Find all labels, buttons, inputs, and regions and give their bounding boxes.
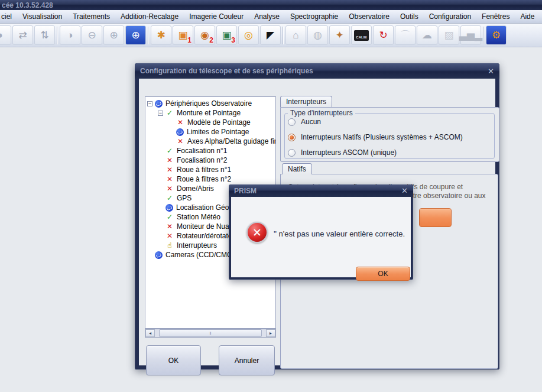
contrast-icon[interactable]: ◑ <box>60 25 80 45</box>
app-title: cée 10.3.52.428 <box>2 1 53 9</box>
menu-item-ciel[interactable]: ciel <box>0 11 17 22</box>
tree-item[interactable]: ✕Focalisation n°2 <box>145 155 275 165</box>
histogram-icon[interactable]: ▃▅▂ <box>460 25 481 45</box>
radio-option-label: Aucun <box>301 118 321 126</box>
camera-1-icon-glyph: ▣ <box>178 30 187 40</box>
close-icon[interactable]: ✕ <box>488 67 494 76</box>
radio-option[interactable]: Aucun <box>288 118 463 126</box>
setup-wrench-icon[interactable]: ✦ <box>329 25 350 45</box>
tree-item[interactable]: ✕Modèle de Pointage <box>145 118 275 127</box>
gear-wheel-icon[interactable]: ✱ <box>151 25 171 45</box>
toolbar-separator <box>283 27 284 44</box>
tree-item[interactable]: ✓Focalisation n°1 <box>145 146 275 155</box>
telescope-icon[interactable]: ◤ <box>260 25 281 45</box>
contrast-icon-glyph: ◑ <box>67 30 73 40</box>
scrollbar-thumb[interactable]: ‖ <box>159 329 262 337</box>
tab-interrupteurs[interactable]: Interrupteurs <box>280 96 332 107</box>
tree-item[interactable]: ✕Roue à filtres n°1 <box>145 165 275 174</box>
region-blob-icon[interactable]: ☁ <box>417 25 437 45</box>
menu-item-configuration[interactable]: Configuration <box>424 11 476 22</box>
frame-icon[interactable]: ▨ <box>439 25 459 45</box>
menu-item-fen-tres[interactable]: Fenêtres <box>476 11 515 22</box>
tree-item-label: Roue à filtres n°1 <box>177 166 231 174</box>
check-icon: ✓ <box>165 213 174 221</box>
tree-item[interactable]: −Périphériques Observatoire <box>145 99 275 108</box>
expander-spacer <box>168 129 174 135</box>
expander-spacer <box>158 234 163 239</box>
cross-icon: ✕ <box>176 119 184 127</box>
calib-icon[interactable]: CALIB <box>351 25 372 45</box>
expander-spacer <box>147 252 152 258</box>
radio-icon <box>288 118 296 126</box>
config-dialog-titlebar[interactable]: Configuration du télescope et de ses pér… <box>135 63 499 79</box>
zoom-in-icon-glyph: ⊕ <box>109 30 118 40</box>
menu-item-observatoire[interactable]: Observatoire <box>343 11 395 22</box>
region-blob-icon-glyph: ☁ <box>422 30 432 40</box>
menu-item-imagerie-couleur[interactable]: Imagerie Couleur <box>184 11 249 22</box>
menu-item-aide[interactable]: Aide <box>515 11 540 22</box>
tree-item-label: Focalisation n°1 <box>177 147 228 155</box>
config-cancel-button[interactable]: Annuler <box>219 345 275 375</box>
expander-spacer <box>158 224 163 229</box>
rotate-icon[interactable]: ↻ <box>373 25 394 45</box>
scroll-right-icon[interactable]: ▸ <box>266 329 275 337</box>
automation-gears-icon[interactable]: ⚙ <box>486 25 507 45</box>
dome-icon[interactable]: ⌂ <box>285 25 306 45</box>
expander-spacer <box>168 139 174 144</box>
natifs-action-button[interactable] <box>419 208 452 227</box>
camera-3-icon[interactable]: ▣3 <box>216 25 237 45</box>
sky-globe-icon-glyph: ◍ <box>313 30 322 40</box>
cross-icon: ✕ <box>165 176 174 183</box>
expander-minus-icon[interactable]: − <box>158 111 163 116</box>
camera-1-icon[interactable]: ▣1 <box>173 25 193 45</box>
focuser-icon[interactable]: ◎ <box>238 25 259 45</box>
expander-spacer <box>158 167 163 173</box>
scroll-left-icon[interactable]: ◂ <box>145 329 155 337</box>
expander-spacer <box>158 177 163 182</box>
frame-icon-glyph: ▨ <box>444 30 453 40</box>
cross-icon: ✕ <box>176 138 184 145</box>
error-ok-button[interactable]: OK <box>356 267 410 281</box>
radio-icon <box>288 149 296 157</box>
menu-item-outils[interactable]: Outils <box>395 11 424 22</box>
tree-item[interactable]: ✕Axes Alpha/Delta guidage fin <box>145 137 275 146</box>
automation-gears-icon-glyph: ⚙ <box>492 30 501 40</box>
sky-globe-icon[interactable]: ◍ <box>307 25 328 45</box>
curve-icon[interactable]: ⌒ <box>395 25 416 45</box>
image-half-circle-icon[interactable]: ◗ <box>0 25 11 45</box>
menu-item-visualisation[interactable]: Visualisation <box>17 11 67 22</box>
inspect-image-icon[interactable]: ⊕ <box>125 25 146 45</box>
radio-option-label: Interrupteurs ASCOM (unique) <box>301 148 397 157</box>
menu-item-spectrographie[interactable]: Spectrographie <box>285 11 343 22</box>
tree-horizontal-scrollbar[interactable]: ◂ ‖ ▸ <box>145 329 276 338</box>
tree-item[interactable]: Limites de Pointage <box>145 127 275 137</box>
dome-icon-glyph: ⌂ <box>293 30 298 40</box>
expander-minus-icon[interactable]: − <box>147 101 152 106</box>
rotate-icon-glyph: ↻ <box>379 30 387 40</box>
menu-item-analyse[interactable]: Analyse <box>249 11 285 22</box>
config-ok-button[interactable]: OK <box>146 345 201 375</box>
radio-option[interactable]: Interrupteurs ASCOM (unique) <box>288 148 463 157</box>
globe-icon <box>176 128 184 136</box>
menu-item-traitements[interactable]: Traitements <box>67 11 115 22</box>
zoom-in-icon[interactable]: ⊕ <box>103 25 124 45</box>
tree-item[interactable]: −✓Monture et Pointage <box>145 108 275 118</box>
menu-item-addition-recalage[interactable]: Addition-Recalage <box>115 11 184 22</box>
scrollbar-track[interactable]: ‖ <box>155 329 266 337</box>
expander-spacer <box>158 215 163 220</box>
error-dialog-titlebar[interactable]: PRISM ✕ <box>229 184 413 197</box>
flip-vertical-icon[interactable]: ⇅ <box>34 25 55 45</box>
zoom-out-icon[interactable]: ⊖ <box>82 25 102 45</box>
close-icon[interactable]: ✕ <box>401 186 408 195</box>
lens-2-icon[interactable]: ◉2 <box>194 25 215 45</box>
toolbar: ◗⇄⇅◑⊖⊕⊕✱▣1◉2▣3◎◤⌂◍✦CALIB↻⌒☁▨▃▅▂⚙ <box>0 24 542 47</box>
focuser-icon-glyph: ◎ <box>244 30 253 40</box>
check-icon: ✓ <box>165 147 174 155</box>
flip-horizontal-icon[interactable]: ⇄ <box>12 25 33 45</box>
radio-option[interactable]: Interrupteurs Natifs (Plusieurs systèmes… <box>288 133 463 141</box>
error-icon: ✕ <box>246 222 268 243</box>
tree-item[interactable]: ✕Roue à filtres n°2 <box>145 174 275 184</box>
tab-natifs[interactable]: Natifs <box>282 163 312 174</box>
radio-option-label: Interrupteurs Natifs (Plusieurs systèmes… <box>301 133 463 141</box>
error-dialog-body: ✕ '' n'est pas une valeur entière correc… <box>231 197 411 277</box>
